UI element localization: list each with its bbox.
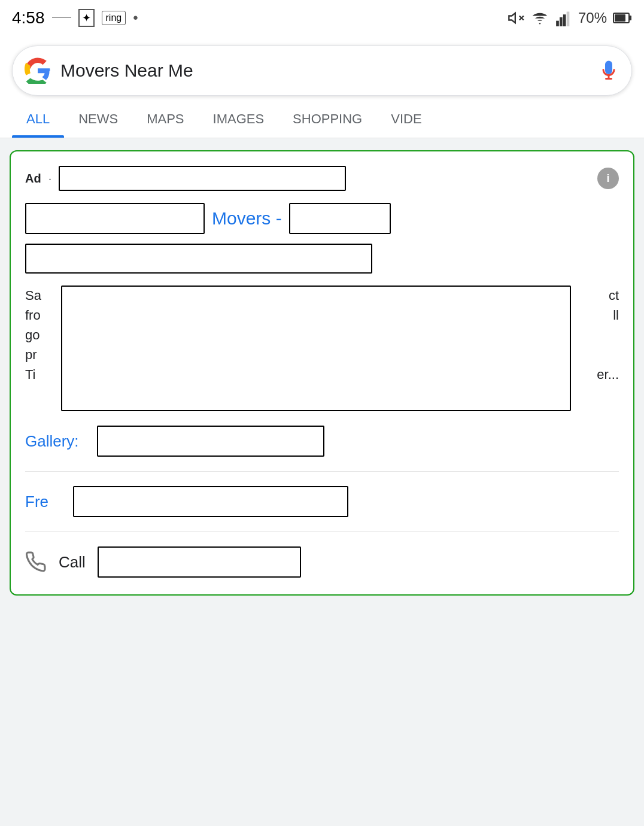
- ad-desc-redacted-box: [61, 286, 571, 411]
- search-bar[interactable]: Movers Near Me: [12, 45, 632, 96]
- svg-rect-6: [563, 14, 566, 26]
- ad-call-redacted-box: [98, 546, 301, 578]
- svg-rect-10: [615, 14, 625, 22]
- search-query[interactable]: Movers Near Me: [60, 60, 588, 81]
- dot-indicator: •: [133, 10, 138, 26]
- ad-free-redacted-box: [73, 486, 348, 517]
- status-right: 70%: [508, 10, 632, 26]
- ad-desc-left-text: Sa fro go pr Ti: [25, 286, 61, 384]
- tab-shopping[interactable]: SHOPPING: [278, 101, 376, 138]
- ad-gallery-box: [97, 426, 324, 457]
- ad-gallery-label[interactable]: Gallery:: [25, 432, 97, 451]
- time-display: 4:58: [12, 8, 45, 28]
- search-bar-container: Movers Near Me: [0, 36, 644, 101]
- main-content: Ad · i Movers - Sa fro go pr Ti ct: [0, 138, 644, 617]
- svg-point-3: [539, 23, 540, 24]
- tab-maps[interactable]: MAPS: [132, 101, 198, 138]
- ad-card: Ad · i Movers - Sa fro go pr Ti ct: [10, 150, 634, 596]
- ad-title-left-box: [25, 203, 205, 234]
- battery-percent: 70%: [578, 10, 607, 26]
- ad-title-movers[interactable]: Movers -: [212, 208, 282, 229]
- mic-icon[interactable]: [598, 54, 619, 87]
- ad-free-label[interactable]: Fre: [25, 493, 73, 511]
- ad-url-box: [59, 166, 346, 191]
- search-tabs: ALL NEWS MAPS IMAGES SHOPPING VIDE: [0, 101, 644, 138]
- svg-rect-7: [567, 12, 570, 27]
- ad-dot: ·: [48, 172, 52, 186]
- signal-icon: [555, 10, 572, 26]
- phone-icon[interactable]: [25, 551, 47, 573]
- ad-subtitle-box: [25, 244, 372, 274]
- status-left: 4:58 𝄖𝄖 ✦ ring •: [12, 8, 138, 28]
- battery-icon: [613, 11, 632, 25]
- svg-rect-4: [556, 21, 559, 26]
- ad-title-row: Movers -: [25, 203, 619, 234]
- tab-all[interactable]: ALL: [12, 101, 64, 138]
- tab-news[interactable]: NEWS: [64, 101, 132, 138]
- ring-icon: ring: [102, 11, 126, 25]
- ad-call-label[interactable]: Call: [59, 553, 86, 572]
- status-bar: 4:58 𝄖𝄖 ✦ ring • 70%: [0, 0, 644, 36]
- svg-rect-9: [629, 16, 631, 20]
- ad-desc-right-text: ct ll er...: [571, 286, 619, 384]
- slack-icon: ✦: [78, 9, 95, 27]
- tab-videos[interactable]: VIDE: [376, 101, 436, 138]
- ad-label: Ad: [25, 172, 41, 186]
- ad-description-area: Sa fro go pr Ti ct ll er...: [25, 286, 619, 411]
- ad-free-row: Fre: [25, 472, 619, 532]
- voicemail-icon: 𝄖𝄖: [52, 11, 71, 25]
- ad-header: Ad · i: [25, 166, 619, 191]
- ad-title-right-box: [289, 203, 391, 234]
- google-logo: [25, 57, 51, 84]
- wifi-icon: [530, 10, 549, 26]
- ad-gallery-row: Gallery:: [25, 426, 619, 472]
- svg-marker-0: [509, 13, 515, 23]
- svg-rect-5: [560, 17, 563, 26]
- ad-call-row: Call: [25, 532, 619, 578]
- mute-icon: [508, 10, 524, 26]
- ad-info-icon[interactable]: i: [597, 168, 619, 189]
- tab-images[interactable]: IMAGES: [199, 101, 279, 138]
